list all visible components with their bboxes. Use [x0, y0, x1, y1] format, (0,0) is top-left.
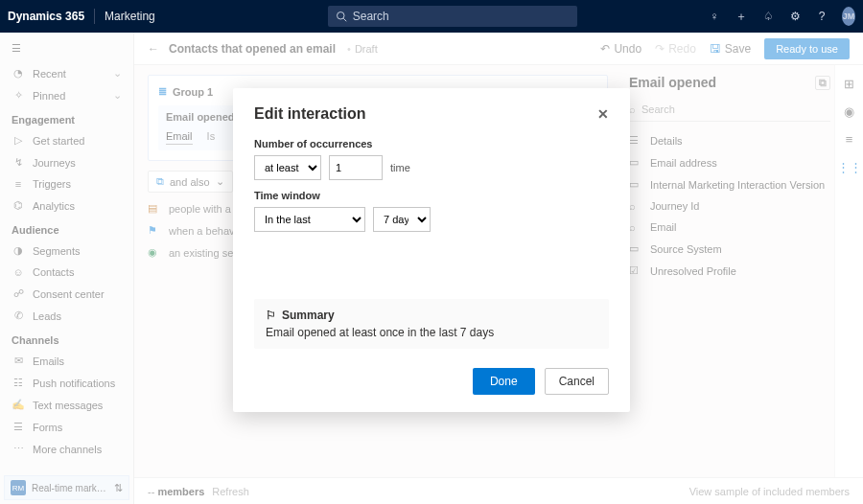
- summary-text: Email opened at least once in the last 7…: [266, 326, 597, 339]
- help-icon[interactable]: ?: [815, 10, 828, 23]
- dialog-title: Edit interaction: [254, 105, 365, 123]
- app-name: Dynamics 365: [8, 10, 84, 23]
- bell-icon[interactable]: ♤: [761, 10, 775, 23]
- cancel-button[interactable]: Cancel: [545, 368, 609, 395]
- lightbulb-icon[interactable]: ♀: [708, 10, 721, 23]
- close-button[interactable]: ✕: [597, 106, 609, 122]
- occurrences-label: Number of occurrences: [254, 138, 609, 149]
- brand: Dynamics 365 Marketing: [8, 9, 155, 24]
- module-name: Marketing: [105, 10, 155, 23]
- done-button[interactable]: Done: [473, 368, 535, 395]
- timewindow-value-select[interactable]: 7 days: [373, 207, 431, 232]
- brand-divider: [94, 9, 95, 24]
- summary-heading: Summary: [282, 309, 335, 322]
- svg-line-1: [343, 18, 346, 21]
- occurrences-count-input[interactable]: [329, 155, 383, 180]
- timewindow-range-select[interactable]: In the last: [254, 207, 365, 232]
- edit-interaction-dialog: Edit interaction ✕ Number of occurrences…: [233, 88, 630, 412]
- gear-icon[interactable]: ⚙: [788, 10, 802, 23]
- timewindow-label: Time window: [254, 190, 609, 201]
- occurrences-operator-select[interactable]: at least: [254, 155, 321, 180]
- topbar-actions: ♀ ＋ ♤ ⚙ ? JM: [708, 7, 855, 26]
- search-icon: [336, 11, 347, 22]
- search-placeholder: Search: [353, 10, 389, 23]
- summary-icon: ⚐: [266, 309, 276, 322]
- user-avatar[interactable]: JM: [842, 7, 855, 26]
- top-nav: Dynamics 365 Marketing Search ♀ ＋ ♤ ⚙ ? …: [0, 0, 863, 33]
- global-search[interactable]: Search: [328, 6, 577, 27]
- plus-icon[interactable]: ＋: [735, 9, 748, 25]
- summary-box: ⚐Summary Email opened at least once in t…: [254, 299, 609, 349]
- occurrences-unit: time: [390, 162, 410, 173]
- svg-point-0: [337, 12, 344, 20]
